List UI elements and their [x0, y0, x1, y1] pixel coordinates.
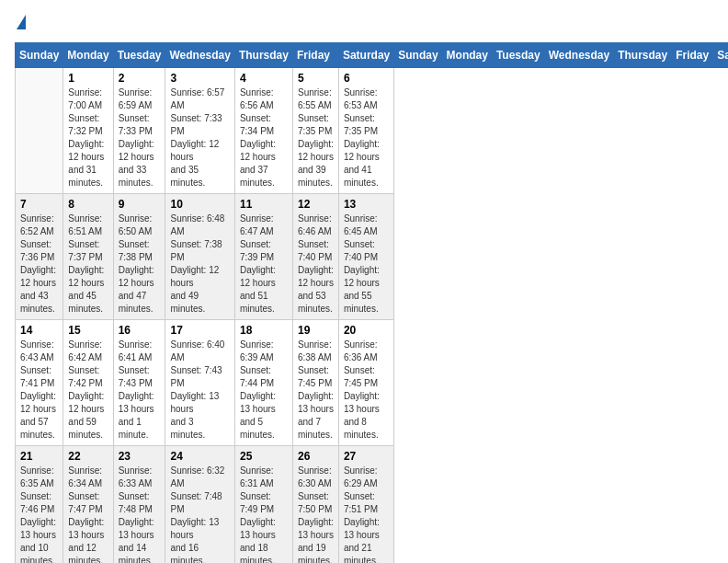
- day-info: Sunrise: 6:34 AMSunset: 7:47 PMDaylight:…: [68, 465, 108, 563]
- day-info: Sunrise: 6:39 AMSunset: 7:44 PMDaylight:…: [240, 339, 288, 442]
- day-info: Sunrise: 6:38 AMSunset: 7:45 PMDaylight:…: [298, 339, 334, 442]
- column-header-tuesday: Tuesday: [492, 43, 544, 68]
- day-info: Sunrise: 6:30 AMSunset: 7:50 PMDaylight:…: [298, 465, 334, 563]
- calendar-week-row: 7Sunrise: 6:52 AMSunset: 7:36 PMDaylight…: [16, 194, 729, 320]
- calendar-table: SundayMondayTuesdayWednesdayThursdayFrid…: [15, 42, 728, 563]
- day-number: 7: [20, 198, 58, 211]
- day-number: 1: [68, 72, 108, 85]
- day-info: Sunrise: 6:48 AMSunset: 7:38 PMDaylight:…: [170, 213, 229, 316]
- page-header: [15, 15, 713, 31]
- calendar-cell: 25Sunrise: 6:31 AMSunset: 7:49 PMDayligh…: [234, 446, 292, 564]
- calendar-cell: 4Sunrise: 6:56 AMSunset: 7:34 PMDaylight…: [234, 68, 292, 194]
- column-header-wednesday: Wednesday: [165, 43, 234, 68]
- calendar-header-row: SundayMondayTuesdayWednesdayThursdayFrid…: [16, 43, 729, 68]
- day-info: Sunrise: 6:56 AMSunset: 7:34 PMDaylight:…: [240, 86, 288, 190]
- logo: [15, 15, 26, 31]
- column-header-wednesday: Wednesday: [544, 43, 613, 68]
- day-number: 12: [298, 198, 334, 211]
- day-info: Sunrise: 6:47 AMSunset: 7:39 PMDaylight:…: [240, 213, 288, 316]
- day-info: Sunrise: 6:55 AMSunset: 7:35 PMDaylight:…: [298, 86, 334, 190]
- day-number: 14: [20, 324, 58, 337]
- day-number: 3: [170, 72, 229, 85]
- day-number: 17: [170, 324, 229, 337]
- day-number: 24: [170, 450, 229, 463]
- calendar-week-row: 1Sunrise: 7:00 AMSunset: 7:32 PMDaylight…: [16, 68, 729, 194]
- day-info: Sunrise: 6:41 AMSunset: 7:43 PMDaylight:…: [119, 339, 161, 442]
- day-number: 10: [170, 198, 229, 211]
- column-header-tuesday: Tuesday: [113, 43, 165, 68]
- calendar-cell: 19Sunrise: 6:38 AMSunset: 7:45 PMDayligh…: [292, 320, 338, 446]
- calendar-cell: 24Sunrise: 6:32 AMSunset: 7:48 PMDayligh…: [165, 446, 234, 564]
- calendar-cell: 9Sunrise: 6:50 AMSunset: 7:38 PMDaylight…: [113, 194, 165, 320]
- calendar-cell: 22Sunrise: 6:34 AMSunset: 7:47 PMDayligh…: [63, 446, 113, 564]
- calendar-cell: 14Sunrise: 6:43 AMSunset: 7:41 PMDayligh…: [16, 320, 63, 446]
- calendar-cell: 2Sunrise: 6:59 AMSunset: 7:33 PMDaylight…: [113, 68, 165, 194]
- calendar-cell: [16, 68, 63, 194]
- column-header-saturday: Saturday: [338, 43, 393, 68]
- calendar-cell: 18Sunrise: 6:39 AMSunset: 7:44 PMDayligh…: [234, 320, 292, 446]
- column-header-sunday: Sunday: [394, 43, 442, 68]
- calendar-cell: 1Sunrise: 7:00 AMSunset: 7:32 PMDaylight…: [63, 68, 113, 194]
- calendar-cell: 23Sunrise: 6:33 AMSunset: 7:48 PMDayligh…: [113, 446, 165, 564]
- day-number: 15: [68, 324, 108, 337]
- day-info: Sunrise: 6:31 AMSunset: 7:49 PMDaylight:…: [240, 465, 288, 563]
- day-info: Sunrise: 6:40 AMSunset: 7:43 PMDaylight:…: [170, 339, 229, 442]
- day-info: Sunrise: 6:50 AMSunset: 7:38 PMDaylight:…: [119, 213, 161, 316]
- day-number: 11: [240, 198, 288, 211]
- calendar-cell: 27Sunrise: 6:29 AMSunset: 7:51 PMDayligh…: [338, 446, 393, 564]
- calendar-cell: 21Sunrise: 6:35 AMSunset: 7:46 PMDayligh…: [16, 446, 63, 564]
- day-info: Sunrise: 7:00 AMSunset: 7:32 PMDaylight:…: [68, 86, 108, 190]
- day-number: 13: [344, 198, 389, 211]
- calendar-cell: 15Sunrise: 6:42 AMSunset: 7:42 PMDayligh…: [63, 320, 113, 446]
- day-info: Sunrise: 6:29 AMSunset: 7:51 PMDaylight:…: [344, 465, 389, 563]
- calendar-cell: 3Sunrise: 6:57 AMSunset: 7:33 PMDaylight…: [165, 68, 234, 194]
- day-info: Sunrise: 6:57 AMSunset: 7:33 PMDaylight:…: [170, 86, 229, 190]
- day-number: 6: [344, 72, 389, 85]
- day-info: Sunrise: 6:53 AMSunset: 7:35 PMDaylight:…: [344, 86, 389, 190]
- column-header-friday: Friday: [292, 43, 338, 68]
- day-number: 20: [344, 324, 389, 337]
- calendar-cell: 6Sunrise: 6:53 AMSunset: 7:35 PMDaylight…: [338, 68, 393, 194]
- day-number: 25: [240, 450, 288, 463]
- day-number: 5: [298, 72, 334, 85]
- calendar-cell: 26Sunrise: 6:30 AMSunset: 7:50 PMDayligh…: [292, 446, 338, 564]
- day-number: 9: [119, 198, 161, 211]
- column-header-monday: Monday: [63, 43, 113, 68]
- calendar-cell: 16Sunrise: 6:41 AMSunset: 7:43 PMDayligh…: [113, 320, 165, 446]
- calendar-cell: 5Sunrise: 6:55 AMSunset: 7:35 PMDaylight…: [292, 68, 338, 194]
- day-info: Sunrise: 6:43 AMSunset: 7:41 PMDaylight:…: [20, 339, 58, 442]
- calendar-cell: 8Sunrise: 6:51 AMSunset: 7:37 PMDaylight…: [63, 194, 113, 320]
- day-info: Sunrise: 6:46 AMSunset: 7:40 PMDaylight:…: [298, 213, 334, 316]
- day-number: 18: [240, 324, 288, 337]
- day-number: 22: [68, 450, 108, 463]
- day-info: Sunrise: 6:33 AMSunset: 7:48 PMDaylight:…: [119, 465, 161, 563]
- day-info: Sunrise: 6:59 AMSunset: 7:33 PMDaylight:…: [119, 86, 161, 190]
- day-number: 26: [298, 450, 334, 463]
- column-header-thursday: Thursday: [614, 43, 672, 68]
- day-info: Sunrise: 6:51 AMSunset: 7:37 PMDaylight:…: [68, 213, 108, 316]
- day-info: Sunrise: 6:52 AMSunset: 7:36 PMDaylight:…: [20, 213, 58, 316]
- calendar-week-row: 14Sunrise: 6:43 AMSunset: 7:41 PMDayligh…: [16, 320, 729, 446]
- day-info: Sunrise: 6:32 AMSunset: 7:48 PMDaylight:…: [170, 465, 229, 563]
- day-number: 27: [344, 450, 389, 463]
- day-info: Sunrise: 6:35 AMSunset: 7:46 PMDaylight:…: [20, 465, 58, 563]
- column-header-monday: Monday: [442, 43, 492, 68]
- day-number: 2: [119, 72, 161, 85]
- calendar-cell: 12Sunrise: 6:46 AMSunset: 7:40 PMDayligh…: [292, 194, 338, 320]
- calendar-week-row: 21Sunrise: 6:35 AMSunset: 7:46 PMDayligh…: [16, 446, 729, 564]
- day-number: 4: [240, 72, 288, 85]
- column-header-thursday: Thursday: [234, 43, 292, 68]
- calendar-cell: 13Sunrise: 6:45 AMSunset: 7:40 PMDayligh…: [338, 194, 393, 320]
- day-info: Sunrise: 6:36 AMSunset: 7:45 PMDaylight:…: [344, 339, 389, 442]
- column-header-sunday: Sunday: [16, 43, 63, 68]
- calendar-cell: 20Sunrise: 6:36 AMSunset: 7:45 PMDayligh…: [338, 320, 393, 446]
- calendar-cell: 7Sunrise: 6:52 AMSunset: 7:36 PMDaylight…: [16, 194, 63, 320]
- column-header-friday: Friday: [672, 43, 713, 68]
- logo-icon: [17, 15, 26, 29]
- calendar-cell: 17Sunrise: 6:40 AMSunset: 7:43 PMDayligh…: [165, 320, 234, 446]
- column-header-saturday: Saturday: [713, 43, 728, 68]
- day-number: 19: [298, 324, 334, 337]
- day-info: Sunrise: 6:42 AMSunset: 7:42 PMDaylight:…: [68, 339, 108, 442]
- day-info: Sunrise: 6:45 AMSunset: 7:40 PMDaylight:…: [344, 213, 389, 316]
- day-number: 23: [119, 450, 161, 463]
